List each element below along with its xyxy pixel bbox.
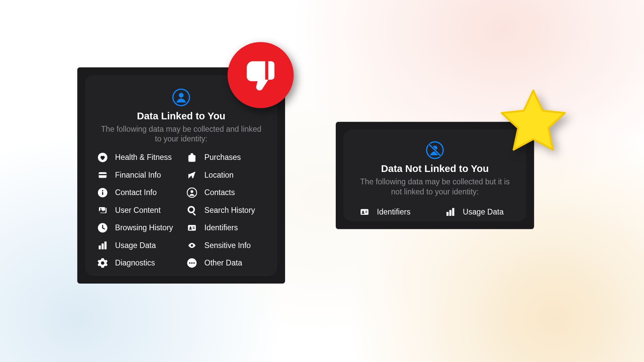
search-icon [186,205,198,216]
item-label: Other Data [204,258,242,267]
data-not-linked-grid: Identifiers Usage Data [356,206,513,218]
star-badge [496,85,570,159]
data-linked-title: Data Linked to You [97,110,265,122]
item-label: Health & Fitness [115,153,172,162]
list-item: Sensitive Info [186,240,266,251]
list-item: Diagnostics [97,257,176,268]
bar-chart-icon [445,206,456,218]
image-icon [97,205,108,216]
gear-icon [97,257,108,268]
info-circle-icon [97,187,108,198]
item-label: Contact Info [115,188,157,197]
list-item: Purchases [186,152,266,163]
thumbs-down-badge [227,42,293,108]
item-label: Usage Data [115,241,156,250]
item-label: Usage Data [463,207,504,217]
person-linked-icon [172,88,191,107]
id-card-icon [186,222,198,233]
list-item: User Content [97,205,176,216]
clock-icon [97,222,108,233]
item-label: User Content [115,206,161,215]
list-item: Contacts [186,187,266,198]
item-label: Identifiers [377,207,411,217]
item-label: Financial Info [115,171,161,180]
list-item: Other Data [186,257,266,268]
item-label: Purchases [204,153,241,162]
data-not-linked-title: Data Not Linked to You [356,163,513,175]
list-item: Usage Data [97,240,176,251]
data-linked-grid: Health & Fitness Financial Info Contact … [97,152,265,268]
person-not-linked-icon [425,141,444,160]
list-item: Location [186,170,266,181]
eye-icon [186,240,198,251]
item-label: Browsing History [115,223,173,232]
list-item: Usage Data [445,206,514,218]
item-label: Identifiers [204,223,238,232]
list-item: Browsing History [97,222,176,233]
list-item: Search History [186,205,266,216]
list-item: Financial Info [97,170,176,181]
list-item: Identifiers [359,206,428,218]
bag-icon [186,152,198,163]
item-label: Sensitive Info [204,241,251,250]
item-label: Contacts [204,188,235,197]
list-item: Identifiers [186,222,266,233]
item-label: Diagnostics [115,258,155,267]
data-linked-subtitle: The following data may be collected and … [97,124,265,144]
heart-circle-icon [97,152,108,163]
location-arrow-icon [186,170,198,181]
person-circle-icon [186,187,198,198]
star-icon [496,85,570,159]
id-card-icon [359,206,370,218]
credit-card-icon [97,170,108,181]
list-item: Health & Fitness [97,152,176,163]
list-item: Contact Info [97,187,176,198]
bar-chart-icon [97,240,108,251]
thumbs-down-icon [242,57,279,94]
dots-icon [186,257,198,268]
item-label: Search History [204,206,255,215]
item-label: Location [204,171,233,180]
data-not-linked-subtitle: The following data may be collected but … [356,177,513,197]
